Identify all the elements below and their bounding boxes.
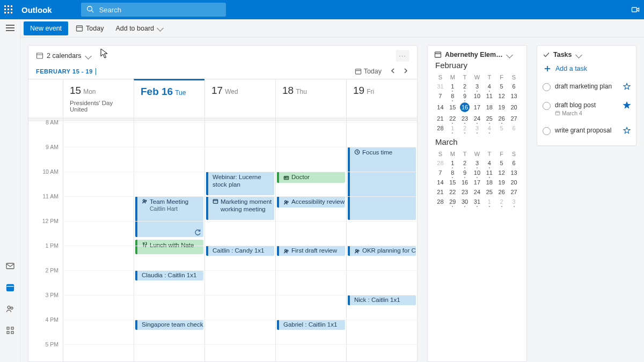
hour-label: 12 PM — [42, 218, 58, 224]
event-webinar[interactable]: Webinar: Lucerne stock plan — [206, 172, 274, 195]
task-item[interactable]: draft blog postMarch 4 — [543, 96, 631, 121]
svg-rect-11 — [7, 331, 9, 334]
calendar-panel: 2 calendars ··· FEBRUARY 15 - 19 Today — [28, 45, 418, 362]
calendar-icon[interactable] — [5, 283, 15, 292]
svg-rect-34 — [435, 52, 441, 57]
star-icon[interactable] — [623, 101, 631, 109]
more-apps-icon[interactable] — [5, 326, 15, 335]
event-icon — [354, 149, 360, 155]
event-candy[interactable]: Caitlin : Candy 1x1 — [206, 246, 274, 256]
event-accessibility[interactable]: Accessibility review — [277, 196, 345, 208]
svg-rect-13 — [77, 26, 83, 31]
task-item[interactable]: write grant proposal — [543, 121, 631, 140]
svg-rect-5 — [6, 285, 13, 291]
svg-point-32 — [355, 249, 357, 251]
calendar-count-label[interactable]: 2 calendars — [47, 52, 82, 60]
svg-rect-10 — [11, 327, 13, 329]
add-to-board-button[interactable]: Add to board — [111, 21, 167, 35]
check-icon — [543, 51, 550, 58]
mini-month-march[interactable]: SMTWTFS281234567891011121314151617181920… — [434, 150, 520, 206]
prev-week-button[interactable] — [389, 67, 397, 76]
svg-point-19 — [143, 200, 144, 201]
svg-marker-38 — [624, 84, 630, 90]
mouse-cursor — [100, 48, 109, 59]
event-team-meeting[interactable]: Team MeetingCaitlin Hart — [135, 196, 203, 237]
day-header[interactable]: 15Mon — [63, 79, 134, 100]
tasks-header: Tasks — [553, 51, 572, 58]
new-event-button[interactable]: New event — [24, 21, 68, 35]
chevron-down-icon[interactable] — [85, 53, 92, 60]
task-checkbox[interactable] — [543, 127, 551, 135]
mail-icon[interactable] — [5, 261, 15, 271]
svg-rect-15 — [37, 53, 43, 58]
event-focus-time[interactable]: Focus time — [348, 147, 416, 220]
star-icon[interactable] — [623, 127, 631, 134]
event-lunch[interactable]: Lunch with Nate — [135, 240, 203, 255]
svg-point-24 — [285, 177, 286, 178]
hour-label: 8 AM — [46, 119, 58, 125]
svg-rect-39 — [555, 112, 560, 115]
tasks-panel: Tasks Add a task draft marketing plan dr… — [537, 45, 636, 146]
recurring-icon — [194, 228, 201, 235]
event-icon — [142, 198, 148, 204]
hour-label: 4 PM — [45, 316, 58, 323]
event-marketing[interactable]: Marketing moment working meeting — [206, 196, 274, 220]
chevron-down-icon[interactable] — [506, 51, 513, 58]
jump-today-button[interactable]: Today — [353, 67, 384, 76]
date-range-label[interactable]: FEBRUARY 15 - 19 — [36, 65, 96, 78]
event-claudia[interactable]: Claudia : Caitlin 1x1 — [135, 270, 203, 280]
event-icon — [283, 248, 289, 254]
svg-rect-4 — [6, 263, 14, 269]
chevron-down-icon[interactable] — [575, 51, 582, 58]
search-input[interactable] — [98, 5, 221, 14]
svg-point-8 — [11, 307, 13, 309]
meet-now-icon[interactable] — [631, 5, 640, 14]
svg-point-7 — [8, 306, 10, 309]
task-item[interactable]: draft marketing plan — [543, 77, 631, 96]
month-label: March — [435, 137, 520, 146]
task-checkbox[interactable] — [543, 102, 551, 110]
app-launcher-icon[interactable] — [4, 5, 13, 14]
search-box[interactable] — [81, 3, 226, 17]
app-header: Outlook — [0, 0, 644, 19]
svg-rect-9 — [7, 327, 9, 329]
hamburger-icon[interactable] — [6, 25, 14, 31]
svg-point-28 — [287, 201, 288, 203]
day-header[interactable]: Feb 16Tue — [134, 79, 204, 100]
event-doctor[interactable]: Doctor — [277, 172, 345, 183]
allday-event[interactable]: Presidents' Day United — [63, 100, 134, 117]
hour-label: 5 PM — [45, 341, 58, 348]
mini-month-february[interactable]: SMTWTFS311234567891011121314151617181920… — [434, 73, 520, 133]
svg-point-30 — [287, 250, 288, 252]
add-task-button[interactable]: Add a task — [543, 61, 631, 77]
event-okr[interactable]: OKR planning for C — [348, 246, 416, 256]
day-header[interactable]: 18Thu — [275, 79, 346, 100]
minical-header[interactable]: Abernethy Elem… — [445, 51, 503, 58]
event-first-draft[interactable]: First draft review — [277, 246, 345, 256]
people-icon[interactable] — [5, 304, 15, 314]
next-week-button[interactable] — [402, 67, 409, 76]
day-header[interactable]: 17Wed — [204, 79, 275, 100]
mini-calendar-panel: Abernethy Elem… February SMTWTFS31123456… — [427, 45, 527, 362]
svg-point-33 — [357, 250, 359, 252]
event-icon — [283, 200, 289, 205]
toolbar: New event Today Add to board — [20, 19, 644, 38]
star-icon[interactable] — [623, 83, 631, 90]
event-icon — [283, 175, 289, 181]
svg-point-29 — [284, 249, 286, 251]
hour-label: 9 AM — [46, 144, 58, 150]
day-headers: 15MonFeb 16Tue17Wed18Thu19Fri — [28, 79, 417, 100]
event-singapore[interactable]: Singapore team check — [135, 320, 203, 330]
day-header[interactable]: 19Fri — [346, 79, 417, 100]
svg-marker-41 — [624, 102, 630, 108]
event-nick[interactable]: Nick : Caitlin 1x1 — [348, 295, 416, 305]
brand-label: Outlook — [21, 5, 52, 14]
today-button[interactable]: Today — [71, 21, 108, 35]
event-gabriel[interactable]: Gabriel : Caitlin 1x1 — [277, 320, 345, 330]
search-icon — [86, 5, 94, 14]
task-checkbox[interactable] — [543, 83, 551, 91]
svg-point-0 — [87, 6, 92, 11]
more-options-button[interactable]: ··· — [396, 50, 409, 62]
chevron-down-icon — [157, 25, 164, 32]
hour-label: 11 AM — [42, 193, 58, 200]
